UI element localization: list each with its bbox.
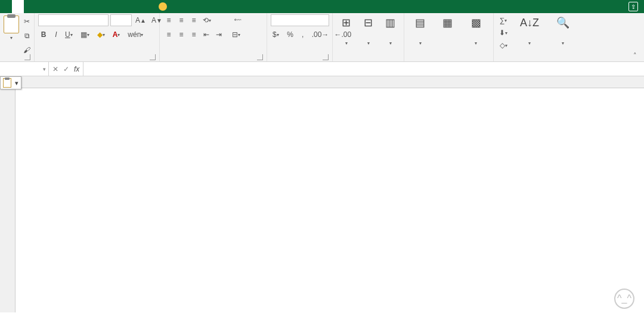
cellstyle-icon: ▩ xyxy=(469,16,483,30)
cond-format[interactable]: ▤▾ xyxy=(408,14,433,51)
merge-center[interactable]: ⊟ ▾ xyxy=(230,29,244,41)
formula-input[interactable] xyxy=(83,62,644,76)
collapse-ribbon[interactable]: ˄ xyxy=(633,52,640,59)
paste-icon xyxy=(4,16,19,33)
share-button[interactable]: ⇪ xyxy=(628,2,638,11)
formula-bar: ▾ ✕ ✓ fx xyxy=(0,62,644,76)
bulb-icon xyxy=(159,2,167,11)
number-format[interactable] xyxy=(271,14,329,26)
cell-styles[interactable]: ▩▾ xyxy=(463,14,490,51)
fill-button[interactable]: ⬇ ▾ xyxy=(497,27,512,39)
italic-button[interactable]: I xyxy=(51,29,61,41)
autosum[interactable]: ∑ ▾ xyxy=(497,14,512,26)
share-icon: ⇪ xyxy=(628,2,638,11)
tab-layout[interactable] xyxy=(36,0,48,13)
paste-options-button[interactable]: ▾ xyxy=(0,76,21,89)
clipboard-icon xyxy=(3,78,11,88)
orientation[interactable]: ⟲▾ xyxy=(201,14,215,26)
fx-icon[interactable]: fx xyxy=(74,65,79,73)
bold-button[interactable]: B xyxy=(38,29,49,41)
row-headers[interactable] xyxy=(0,88,16,312)
inc-decimal[interactable]: .00→ xyxy=(310,29,331,41)
delete-cells[interactable]: ⊟▾ xyxy=(358,14,378,51)
percent-button[interactable]: % xyxy=(285,29,296,41)
tab-data[interactable] xyxy=(60,0,72,13)
copy-button[interactable]: ⧉ xyxy=(21,30,32,42)
tab-dev[interactable] xyxy=(95,0,107,13)
tab-addin2[interactable] xyxy=(119,0,131,13)
ribbon: ▾ ✂ ⧉ 🖌 A▲ A▼ B I U▾ ▦▾ ◆▾ xyxy=(0,13,644,62)
tell-me[interactable] xyxy=(159,0,169,13)
tab-addin1[interactable] xyxy=(107,0,119,13)
font-size[interactable] xyxy=(110,14,132,26)
format-icon: ▥ xyxy=(383,16,398,30)
paste-button[interactable]: ▾ xyxy=(4,14,19,51)
tab-addin3[interactable] xyxy=(131,0,143,13)
watermark-icon: ^_^ xyxy=(614,289,634,309)
watermark: ^_^ xyxy=(614,289,638,309)
wrap-text[interactable]: ⬳ xyxy=(230,14,244,26)
font-name[interactable] xyxy=(38,14,109,26)
sort-icon: A↓Z xyxy=(522,16,537,30)
align-bot[interactable]: ≡ xyxy=(188,14,199,26)
grid: ▾ ^_^ xyxy=(0,76,644,312)
name-box[interactable]: ▾ xyxy=(0,62,49,76)
cond-icon: ▤ xyxy=(413,16,428,30)
align-center[interactable]: ≡ xyxy=(176,29,187,41)
tab-addin4[interactable] xyxy=(143,0,155,13)
indent-inc[interactable]: ⇥ xyxy=(213,29,224,41)
cut-button[interactable]: ✂ xyxy=(21,16,32,27)
comma-button[interactable]: , xyxy=(298,29,308,41)
insert-icon: ⊞ xyxy=(339,16,354,30)
titlebar: ⇪ xyxy=(0,0,644,13)
increase-font[interactable]: A▲ xyxy=(134,14,148,26)
border-button[interactable]: ▦▾ xyxy=(79,29,94,41)
find-select[interactable]: 🔍▾ xyxy=(547,14,578,51)
accounting-button[interactable]: $▾ xyxy=(271,29,283,41)
table-format[interactable]: ▦ xyxy=(435,14,460,51)
underline-button[interactable]: U▾ xyxy=(63,29,77,41)
table-icon: ▦ xyxy=(441,16,455,30)
tab-formula[interactable] xyxy=(48,0,60,13)
find-icon: 🔍 xyxy=(556,16,570,30)
insert-cells[interactable]: ⊞▾ xyxy=(336,14,356,51)
tab-insert[interactable] xyxy=(24,0,36,13)
align-mid[interactable]: ≡ xyxy=(176,14,187,26)
fill-color-button[interactable]: ◆▾ xyxy=(95,29,109,41)
tab-review[interactable] xyxy=(72,0,83,13)
confirm-formula[interactable]: ✓ xyxy=(63,65,69,73)
align-right[interactable]: ≡ xyxy=(188,29,199,41)
tab-start[interactable] xyxy=(12,0,24,13)
indent-dec[interactable]: ⇤ xyxy=(201,29,212,41)
sort-filter[interactable]: A↓Z▾ xyxy=(514,14,545,51)
cells-area[interactable] xyxy=(16,88,644,312)
clear-button[interactable]: ◇ ▾ xyxy=(497,39,512,51)
phonetic-button[interactable]: wén▾ xyxy=(126,29,147,41)
cancel-formula[interactable]: ✕ xyxy=(52,65,58,73)
column-headers[interactable] xyxy=(16,76,644,88)
delete-icon: ⊟ xyxy=(361,16,376,30)
tab-file[interactable] xyxy=(0,0,12,13)
format-cells[interactable]: ▥▾ xyxy=(380,14,400,51)
align-top[interactable]: ≡ xyxy=(163,14,174,26)
font-color-button[interactable]: A▾ xyxy=(111,29,125,41)
tab-view[interactable] xyxy=(83,0,95,13)
align-left[interactable]: ≡ xyxy=(163,29,174,41)
